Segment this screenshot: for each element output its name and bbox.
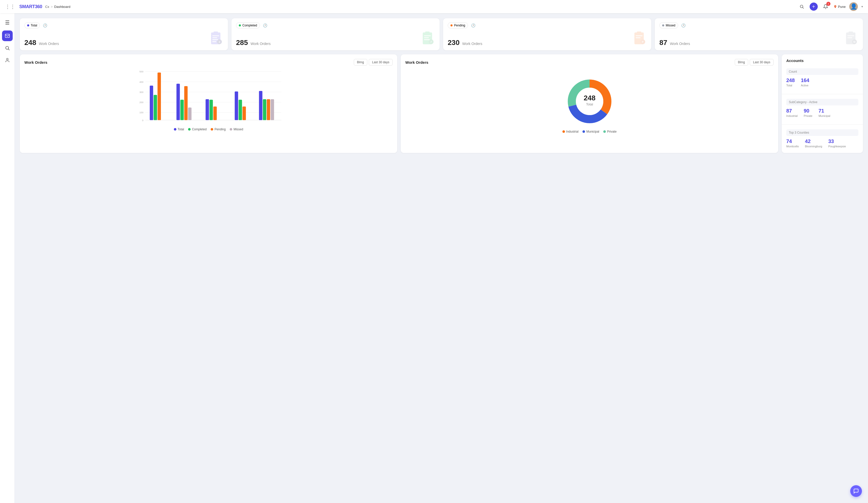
donut-chart-title: Work Orders <box>405 60 428 64</box>
pending-number: 230 <box>448 39 459 47</box>
stat-card-completed: Completed 🕐 285 Work Orders <box>231 18 440 50</box>
svg-text:0: 0 <box>142 119 143 122</box>
svg-rect-47 <box>158 72 161 120</box>
stat-card-total: Total 🕐 248 Work Orders <box>20 18 228 50</box>
accounts-county3-stat: 33 Poughkeepsie <box>828 139 846 148</box>
accounts-municipal-label: Municipal <box>818 114 830 117</box>
svg-text:100: 100 <box>140 111 143 114</box>
svg-rect-11 <box>213 41 216 42</box>
accounts-municipal-stat: 71 Municipal <box>818 108 830 117</box>
completed-number: 285 <box>236 39 248 47</box>
search-button[interactable] <box>797 2 806 11</box>
accounts-card: Accounts Count 248 Total 164 Active <box>782 54 863 153</box>
bar-chart-filter-days[interactable]: Last 30 days <box>369 59 393 66</box>
avatar[interactable]: 👤 <box>849 2 858 11</box>
svg-rect-15 <box>425 31 430 33</box>
svg-rect-23 <box>636 35 643 36</box>
total-clipboard-icon: 2 <box>209 31 223 46</box>
svg-rect-24 <box>636 37 641 38</box>
accounts-industrial-label: Industrial <box>786 114 798 117</box>
accounts-active-stat: 164 Active <box>801 78 809 87</box>
notification-button[interactable]: 3 <box>821 2 830 11</box>
svg-text:300: 300 <box>140 91 143 93</box>
accounts-municipal-num: 71 <box>818 108 830 114</box>
svg-text:248: 248 <box>583 94 596 102</box>
completed-unit: Work Orders <box>250 42 270 46</box>
svg-rect-45 <box>150 85 153 120</box>
user-dropdown-caret[interactable]: ▾ <box>861 5 863 8</box>
accounts-industrial-num: 87 <box>786 108 798 114</box>
accounts-subcategory-label: SubCategory - Active <box>786 99 858 105</box>
bar-chart-filter-blmg[interactable]: Blmg <box>354 59 367 66</box>
sidebar-item-mail[interactable] <box>2 30 13 41</box>
donut-chart-filter-days[interactable]: Last 30 days <box>750 59 774 66</box>
missed-label: Missed <box>666 24 675 27</box>
svg-point-0 <box>800 5 803 8</box>
topnav-left: ⋮⋮ SMART360 Cx > Dashboard <box>5 3 797 10</box>
accounts-county3-label: Poughkeepsie <box>828 145 846 148</box>
breadcrumb-sep: > <box>51 5 53 9</box>
svg-rect-29 <box>847 35 854 36</box>
legend-missed: Missed <box>230 128 243 131</box>
total-label: Total <box>31 24 37 27</box>
total-number: 248 <box>24 39 36 47</box>
svg-rect-53 <box>209 100 213 120</box>
breadcrumb-cx[interactable]: Cx <box>45 5 49 9</box>
pending-label: Pending <box>454 24 465 27</box>
svg-rect-22 <box>637 31 641 33</box>
donut-legend-municipal: Municipal <box>582 130 599 133</box>
location-selector[interactable]: Pune <box>834 5 846 9</box>
svg-rect-59 <box>263 99 266 120</box>
donut-chart-controls: Blmg Last 30 days <box>735 59 774 66</box>
svg-line-4 <box>8 49 9 50</box>
svg-text:P: P <box>642 40 644 43</box>
sidebar-item-user[interactable] <box>2 55 13 66</box>
svg-rect-56 <box>239 100 242 120</box>
accounts-count-section: Count 248 Total 164 Active <box>782 66 863 92</box>
sidebar-item-search[interactable] <box>2 43 13 53</box>
svg-text:200: 200 <box>140 101 143 104</box>
missed-label-pill[interactable]: Missed <box>659 22 678 29</box>
missed-clock-icon: 🕐 <box>681 23 685 28</box>
svg-rect-16 <box>424 35 431 36</box>
accounts-top3-stats: 74 Monticello 42 Bloomingburg 33 Poughke… <box>786 139 858 148</box>
accounts-private-num: 90 <box>804 108 813 114</box>
accounts-active-label: Active <box>801 84 809 87</box>
breadcrumb-page: Dashboard <box>54 5 71 9</box>
completed-clock-icon: 🕐 <box>263 23 267 28</box>
accounts-subcategory-section: SubCategory - Active 87 Industrial 90 Pr… <box>782 96 863 122</box>
grid-menu-icon[interactable]: ⋮⋮ <box>5 3 15 10</box>
sidebar-item-menu[interactable]: ☰ <box>2 17 13 28</box>
bar-chart-svg: 500 400 300 200 100 0 <box>24 69 393 125</box>
pending-unit: Work Orders <box>462 42 482 46</box>
svg-text:Total: Total <box>586 102 593 106</box>
total-label-pill[interactable]: Total <box>24 22 40 29</box>
svg-line-1 <box>803 7 804 8</box>
completed-label-pill[interactable]: Completed <box>236 22 260 29</box>
donut-chart-filter-blmg[interactable]: Blmg <box>735 59 748 66</box>
add-button[interactable]: + <box>810 2 818 11</box>
accounts-active-num: 164 <box>801 78 809 83</box>
accounts-county1-stat: 74 Monticello <box>786 139 799 148</box>
topnav: ⋮⋮ SMART360 Cx > Dashboard + 3 Pune 👤 ▾ <box>0 0 868 13</box>
accounts-count-stats: 248 Total 164 Active <box>786 78 858 87</box>
svg-text:500: 500 <box>140 70 143 73</box>
chat-bubble-button[interactable] <box>850 485 862 497</box>
donut-chart-area: 248 Total Industrial Municipal <box>405 69 774 140</box>
svg-point-3 <box>6 46 9 49</box>
accounts-top3-label: Top 3 Counties <box>786 129 858 136</box>
pending-clock-icon: 🕐 <box>471 23 475 28</box>
svg-rect-51 <box>188 108 192 120</box>
donut-legend-industrial: Industrial <box>562 130 579 133</box>
stat-cards-row: Total 🕐 248 Work Orders <box>20 18 863 50</box>
accounts-industrial-stat: 87 Industrial <box>786 108 798 117</box>
location-label: Pune <box>838 5 846 9</box>
sidebar: ☰ <box>0 13 15 503</box>
accounts-total-stat: 248 Total <box>786 78 795 87</box>
svg-rect-52 <box>206 99 209 120</box>
svg-text:400: 400 <box>140 81 143 83</box>
main-content: Total 🕐 248 Work Orders <box>15 13 868 503</box>
accounts-total-num: 248 <box>786 78 795 83</box>
pending-label-pill[interactable]: Pending <box>448 22 468 29</box>
completed-clipboard-icon: ✓ <box>420 31 435 46</box>
